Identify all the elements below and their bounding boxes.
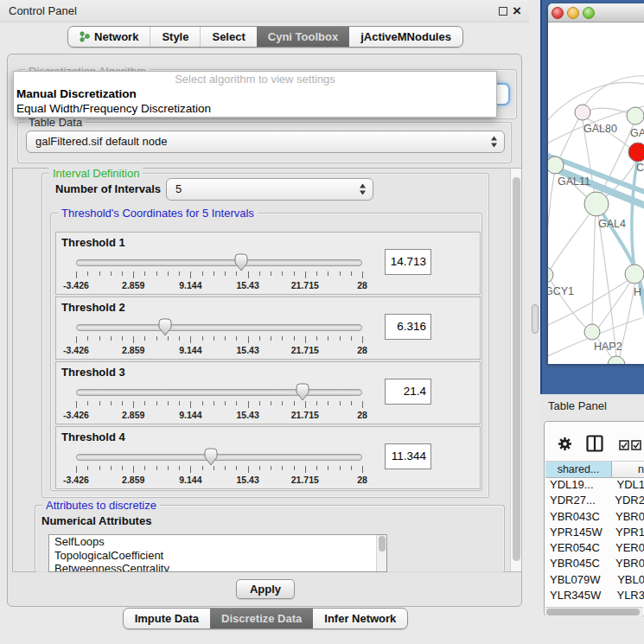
threshold-value-field[interactable]: 14.713	[385, 249, 431, 275]
tab-cyni-toolbox[interactable]: Cyni Toolbox	[257, 27, 349, 47]
attribute-item-betweennesscentrality[interactable]: BetweennessCentrality	[49, 562, 386, 572]
slider-thumb-icon[interactable]	[204, 448, 218, 466]
network-node-gal11[interactable]	[548, 156, 564, 174]
threshold-value-field[interactable]: 21.4	[385, 379, 431, 405]
algorithm-option-equal-width-frequency-discretization[interactable]: Equal Width/Frequency Discretization	[14, 101, 496, 116]
slider-tick	[87, 466, 88, 470]
slider-track[interactable]	[76, 259, 362, 266]
network-edge-highlighted[interactable]	[632, 163, 637, 269]
table-row[interactable]: YPR145WYPR1	[545, 526, 644, 541]
horizontal-scrollbar-thumb[interactable]	[546, 609, 640, 615]
slider-thumb-icon[interactable]	[296, 383, 309, 401]
network-node-ga[interactable]	[627, 107, 644, 124]
algorithm-option-manual-discretization[interactable]: Manual Discretization	[14, 86, 496, 101]
splitpane-grip[interactable]	[532, 304, 539, 334]
network-canvas[interactable]: GAL80GACGAL11GAL4GCY1HHAP2	[548, 22, 644, 364]
slider-thumb-icon[interactable]	[158, 318, 172, 336]
table-data-combobox[interactable]: galFiltered.sif default node	[26, 131, 505, 153]
horizontal-scrollbar[interactable]	[545, 607, 643, 616]
number-of-intervals-combobox[interactable]: 5	[166, 178, 373, 201]
gear-icon[interactable]	[558, 437, 572, 451]
attribute-item-topologicalcoefficient[interactable]: TopologicalCoefficient	[49, 549, 386, 563]
node-label: GAL4	[598, 218, 626, 230]
cell-name[interactable]: YBL0	[611, 573, 644, 589]
threshold-value-field[interactable]: 6.316	[385, 314, 431, 340]
network-window-titlebar	[548, 3, 644, 22]
network-edge[interactable]	[584, 76, 644, 105]
network-node[interactable]	[608, 356, 625, 364]
cell-name[interactable]: YDR2	[609, 494, 644, 509]
close-icon[interactable]: ×	[513, 3, 521, 20]
slider-track[interactable]	[76, 454, 362, 461]
slider-tick	[133, 401, 134, 408]
slider-thumb-icon[interactable]	[234, 253, 248, 271]
network-node-gal4[interactable]	[584, 192, 609, 216]
attribute-item-selfloops[interactable]: SelfLoops	[49, 535, 386, 549]
vertical-scrollbar[interactable]	[510, 169, 521, 571]
cell-shared-name[interactable]: YDR27...	[545, 494, 609, 509]
cell-shared-name[interactable]: YER054C	[545, 541, 609, 557]
attributes-scrollbar[interactable]	[376, 535, 386, 571]
checkbox-icon[interactable]	[619, 440, 629, 450]
slider-tick-label: 15.43	[236, 280, 258, 290]
tab-label: Select	[212, 27, 245, 47]
cell-name[interactable]: YER0	[609, 541, 644, 557]
threshold-value-field[interactable]: 11.344	[385, 443, 431, 469]
table-row[interactable]: YBR045CYBR0	[545, 557, 644, 572]
network-edge[interactable]	[548, 206, 596, 273]
cell-name[interactable]: YDL1	[610, 478, 644, 494]
tab-discretize-data[interactable]: Discretize Data	[210, 609, 313, 628]
tab-jactivemnodules[interactable]: jActiveMNodules	[349, 27, 462, 47]
cell-name[interactable]: YPR1	[609, 526, 644, 541]
network-node-c[interactable]	[628, 143, 644, 162]
slider-track[interactable]	[76, 324, 362, 331]
tab-select[interactable]: Select	[201, 27, 256, 47]
network-edge[interactable]	[558, 118, 579, 163]
table-row[interactable]: YDR27...YDR2	[545, 494, 644, 509]
tab-network[interactable]: Network	[68, 27, 150, 47]
close-traffic-light[interactable]	[552, 7, 564, 19]
minimize-traffic-light[interactable]	[567, 7, 579, 19]
attributes-scrollbar-thumb[interactable]	[379, 536, 386, 552]
spinner-arrows-icon	[359, 183, 367, 196]
column-header-n[interactable]: n	[612, 461, 644, 478]
table-row[interactable]: YER054CYER0	[545, 541, 644, 557]
network-node-gal80[interactable]	[575, 105, 590, 120]
table-row[interactable]: YLR345WYLR3	[545, 589, 644, 604]
split-columns-icon[interactable]	[586, 435, 603, 452]
cell-name[interactable]: YBR0	[609, 510, 644, 526]
network-edge[interactable]	[548, 169, 555, 269]
tab-impute-data[interactable]: Impute Data	[124, 609, 210, 628]
checkbox-icon[interactable]	[631, 440, 641, 450]
cell-shared-name[interactable]: YBR045C	[545, 557, 609, 572]
network-edge[interactable]	[592, 207, 596, 325]
column-header-shared[interactable]: shared...	[545, 461, 612, 478]
tab-infer-network[interactable]: Infer Network	[313, 609, 407, 628]
slider-track[interactable]	[76, 389, 362, 396]
slider-tick	[351, 336, 352, 341]
slider-tick-label: -3.426	[63, 280, 89, 290]
numerical-attributes-list[interactable]: SelfLoopsTopologicalCoefficientBetweenne…	[48, 534, 387, 572]
slider-tick	[328, 271, 328, 276]
slider-tick	[168, 466, 169, 470]
network-node-h[interactable]	[625, 265, 644, 284]
table-row[interactable]: YBR043CYBR0	[545, 510, 644, 526]
float-window-icon[interactable]	[499, 7, 507, 16]
cell-shared-name[interactable]: YBR043C	[545, 510, 609, 526]
vertical-scrollbar-thumb[interactable]	[513, 177, 520, 561]
cell-shared-name[interactable]: YDL19...	[545, 478, 610, 494]
network-node-gcy1[interactable]	[548, 267, 553, 283]
cell-name[interactable]: YBR0	[609, 557, 644, 572]
algorithm-placeholder-item[interactable]: Select algorithm to view settings	[14, 72, 496, 86]
network-node-hap2[interactable]	[584, 324, 600, 340]
tab-label: jActiveMNodules	[360, 27, 451, 47]
table-row[interactable]: YDL19...YDL1	[545, 478, 644, 494]
apply-button[interactable]: Apply	[236, 579, 295, 599]
cell-name[interactable]: YLR3	[610, 589, 644, 604]
cell-shared-name[interactable]: YPR145W	[545, 526, 609, 541]
zoom-traffic-light[interactable]	[583, 7, 595, 19]
cell-shared-name[interactable]: YLR345W	[545, 589, 610, 604]
table-row[interactable]: YBL079WYBL0	[545, 573, 644, 589]
tab-style[interactable]: Style	[150, 27, 201, 47]
cell-shared-name[interactable]: YBL079W	[545, 573, 611, 589]
